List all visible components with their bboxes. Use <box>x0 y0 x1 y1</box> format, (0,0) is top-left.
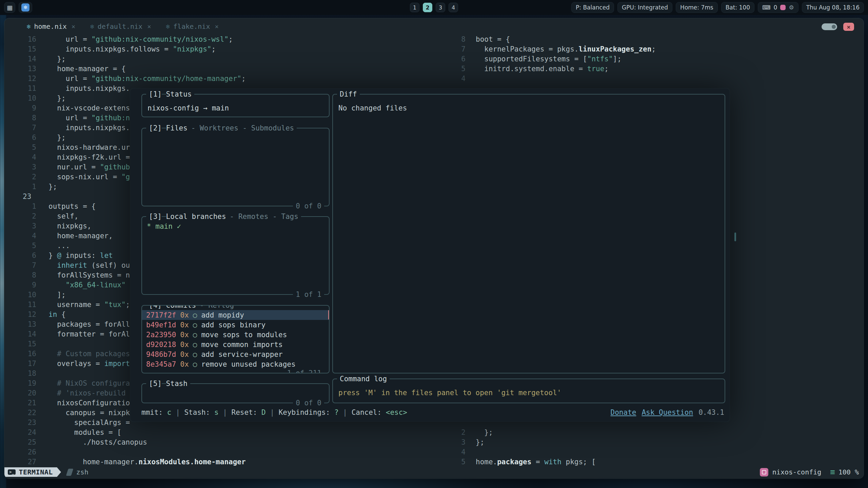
panel-title: Stash <box>166 379 188 388</box>
tab-close-icon[interactable]: × <box>147 23 151 30</box>
lazygit-status-panel[interactable]: [1]Status nixos-config → main <box>141 94 330 117</box>
tabs-container: ❄home.nix×❄default.nix×❄flake.nix× <box>27 22 234 30</box>
commit-row[interactable]: 9486b7d0x○add service-wrapper <box>142 349 329 359</box>
window-controls: × <box>822 23 854 31</box>
commits-count: 1 of 211 <box>284 368 324 373</box>
code-line: 8boot = { <box>449 35 863 44</box>
shell-indicator[interactable]: zsh <box>67 468 88 476</box>
workspace-button-1[interactable]: 1 <box>410 3 419 12</box>
editor-pane-right-bottom[interactable]: 2 };3};45home.packages = with pkgs; [ <box>449 428 863 467</box>
panel-key: [2] <box>149 123 162 133</box>
panel-subtitle: - Worktrees - Submodules <box>191 123 294 133</box>
status-modules: P: BalancedGPU: IntegratedHome: 7msBat: … <box>571 2 754 13</box>
code-line: 7 kernelPackages = pkgs.linuxPackages_ze… <box>449 44 863 54</box>
desktop: ▦ ❄ 1234 P: BalancedGPU: IntegratedHome:… <box>0 0 868 488</box>
terminal-icon: >_ <box>8 469 16 475</box>
panel-title: Status <box>166 89 192 99</box>
workspace-switcher: 1234 <box>410 3 458 12</box>
tab-close-icon[interactable]: × <box>215 23 218 30</box>
tab-flake.nix[interactable]: ❄flake.nix× <box>166 22 219 30</box>
git-repo-icon <box>760 468 768 476</box>
code-line: 5home.packages = with pkgs; [ <box>449 457 863 467</box>
panel-title: Commits <box>166 305 196 310</box>
commit-row[interactable]: 2a239500x○move sops to modules <box>142 330 329 340</box>
panel-key: [5] <box>149 379 162 388</box>
code-line: 14 }; <box>4 54 449 64</box>
code-line: 6 supportedFilesystems = ["ntfs"]; <box>449 54 863 64</box>
terminal-window: ❄home.nix×❄default.nix×❄flake.nix× × 16 … <box>4 18 864 479</box>
panel-key: [1] <box>149 89 162 99</box>
status-module-gpu[interactable]: GPU: Integrated <box>617 2 672 13</box>
lazygit-command-log-panel[interactable]: Command log press 'M' in the files panel… <box>332 379 725 403</box>
command-log-content: press 'M' in the files panel to open 'gi… <box>333 379 725 398</box>
apps-grid-icon: ▦ <box>7 4 13 11</box>
files-count: 0 of 0 <box>293 201 324 211</box>
statusline: >_ TERMINAL zsh nixos-config ≡ 100 % <box>4 467 859 477</box>
panel-subtitle: - Reflog <box>200 305 234 310</box>
app-launcher-button[interactable]: ▦ <box>4 2 15 13</box>
powerline-separator <box>57 467 61 477</box>
commits-scrollbar[interactable] <box>328 310 330 320</box>
status-module-power[interactable]: P: Balanced <box>571 2 614 13</box>
panel-key: [4] <box>149 305 162 310</box>
tray-app-icon[interactable] <box>780 5 786 10</box>
window-toggle-pill[interactable] <box>822 23 837 30</box>
stash-count: 0 of 0 <box>293 398 324 408</box>
nixos-logo-icon: ❄ <box>21 3 29 12</box>
panel-subtitle: - Remotes - Tags <box>230 212 298 221</box>
tab-label: flake.nix <box>173 22 210 30</box>
code-line: 4 <box>449 74 863 84</box>
repo-name: nixos-config <box>772 468 822 476</box>
donate-link[interactable]: Donate <box>611 408 636 416</box>
shell-icon <box>66 469 73 476</box>
nixos-logo-button[interactable]: ❄ <box>19 2 32 13</box>
ask-question-link[interactable]: Ask Question <box>642 408 693 416</box>
mode-badge: >_ TERMINAL <box>4 467 57 477</box>
tab-bar: ❄home.nix×❄default.nix×❄flake.nix× × <box>4 18 864 35</box>
lazygit-diff-panel[interactable]: Diff No changed files <box>332 94 725 373</box>
lazygit-files-panel[interactable]: [2]Files- Worktrees - Submodules 0 of 0 <box>141 128 330 206</box>
editor-pane-right[interactable]: 8boot = {7 kernelPackages = pkgs.linuxPa… <box>449 35 863 84</box>
tray-count: 0 <box>774 4 777 11</box>
commit-row[interactable]: 2717f2f0x○add mopidy <box>142 310 329 320</box>
lines-icon: ≡ <box>830 467 835 477</box>
nix-icon: ❄ <box>27 23 31 30</box>
code-line: 4 <box>449 447 863 457</box>
lazygit-keybindings-bar: mmit: c | Stash: s | Reset: D | Keybindi… <box>141 407 724 418</box>
tab-close-icon[interactable]: × <box>72 23 75 30</box>
code-line: 24 modules = [ <box>4 428 449 438</box>
code-line: 26 <box>4 447 449 457</box>
status-module-battery[interactable]: Bat: 100 <box>721 2 754 13</box>
lazygit-commits-panel[interactable]: [4]Commits- Reflog 2717f2f0x○add mopidyb… <box>141 305 330 373</box>
tab-home.nix[interactable]: ❄home.nix× <box>27 22 75 30</box>
commit-row[interactable]: 8e345a70x○remove unused packages <box>142 359 329 369</box>
code-line: 13 home-manager = { <box>4 64 449 74</box>
nix-icon: ❄ <box>166 23 170 30</box>
clock[interactable]: Thu Aug 08, 18:16 <box>802 2 864 13</box>
mode-label: TERMINAL <box>19 468 53 476</box>
panel-key: [3] <box>149 212 162 221</box>
workspace-button-3[interactable]: 3 <box>436 3 445 12</box>
status-module-home[interactable]: Home: 7ms <box>676 2 718 13</box>
window-close-button[interactable]: × <box>843 23 854 31</box>
gear-icon[interactable]: ⚙ <box>789 4 794 11</box>
code-line: 12 url = "github:nix-community/home-mana… <box>4 74 449 84</box>
clock-label: Thu Aug 08, 18:16 <box>806 4 860 11</box>
code-line: 15 inputs.nixpkgs.follows = "nixpkgs"; <box>4 44 449 54</box>
workspace-button-4[interactable]: 4 <box>449 3 458 12</box>
code-line: 2 }; <box>449 428 863 438</box>
tab-default.nix[interactable]: ❄default.nix× <box>90 22 151 30</box>
commit-row[interactable]: d9202180x○move common imports <box>142 340 329 349</box>
commit-row[interactable]: b49ef1d0x○add sops binary <box>142 320 329 330</box>
lazygit-popup: [1]Status nixos-config → main [2]Files- … <box>130 88 730 422</box>
shell-label: zsh <box>76 468 88 476</box>
scrollbar-thumb[interactable] <box>734 232 736 241</box>
diff-content: No changed files <box>333 95 725 113</box>
panel-title: Command log <box>340 374 387 384</box>
workspace-button-2[interactable]: 2 <box>423 3 432 12</box>
system-tray[interactable]: ⌨ 0 ⚙ <box>758 2 798 13</box>
lazygit-branches-panel[interactable]: [3]Local branches- Remotes - Tags * main… <box>141 216 330 295</box>
keyboard-icon: ⌨ <box>762 4 771 11</box>
top-bar: ▦ ❄ 1234 P: BalancedGPU: IntegratedHome:… <box>0 0 868 15</box>
lazygit-stash-panel[interactable]: [5]Stash 0 of 0 <box>141 383 330 403</box>
